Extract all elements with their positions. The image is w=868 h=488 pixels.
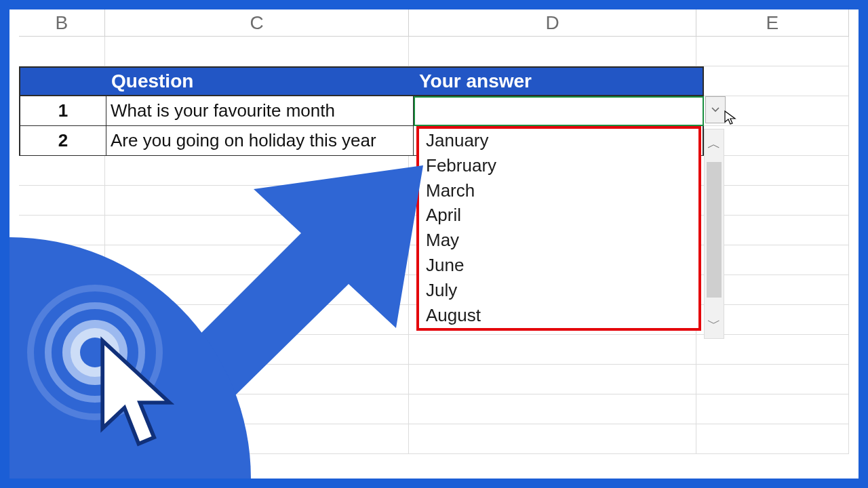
- scrollbar-thumb[interactable]: [707, 162, 722, 298]
- table-header-question: Question: [106, 66, 414, 96]
- column-header-b[interactable]: B: [19, 9, 105, 36]
- column-header-d[interactable]: D: [409, 9, 696, 36]
- thumbnail-frame: B C D E Question Your answer 1 What is y…: [0, 0, 868, 488]
- dropdown-option[interactable]: May: [419, 228, 698, 253]
- dropdown-scrollbar[interactable]: ︿ ﹀: [704, 129, 724, 339]
- table-header-blank: [19, 66, 106, 96]
- dropdown-option[interactable]: April: [419, 203, 698, 228]
- chevron-down-icon: [711, 107, 719, 113]
- dropdown-option[interactable]: July: [419, 279, 698, 304]
- question-cell-2[interactable]: Are you going on holiday this year: [106, 126, 414, 156]
- row-number-1: 1: [19, 96, 106, 126]
- dropdown-option[interactable]: August: [419, 304, 698, 329]
- table-header-answer: Your answer: [414, 66, 704, 96]
- dropdown-option[interactable]: January: [419, 129, 698, 154]
- question-cell-1[interactable]: What is your favourite month: [106, 96, 414, 126]
- column-header-c[interactable]: C: [105, 9, 410, 36]
- dropdown-option[interactable]: February: [419, 154, 698, 179]
- scroll-down-icon[interactable]: ﹀: [707, 314, 721, 333]
- scroll-up-icon[interactable]: ︿: [707, 135, 721, 153]
- dropdown-option[interactable]: June: [419, 253, 698, 279]
- answer-cell-1[interactable]: [414, 96, 704, 126]
- dropdown-option[interactable]: March: [419, 179, 698, 204]
- data-validation-dropdown-list[interactable]: January February March April May June Ju…: [416, 126, 701, 331]
- column-header-e[interactable]: E: [696, 9, 849, 36]
- data-validation-dropdown-button[interactable]: [705, 96, 726, 123]
- column-header-row: B C D E: [19, 9, 849, 37]
- row-number-2: 2: [19, 126, 106, 156]
